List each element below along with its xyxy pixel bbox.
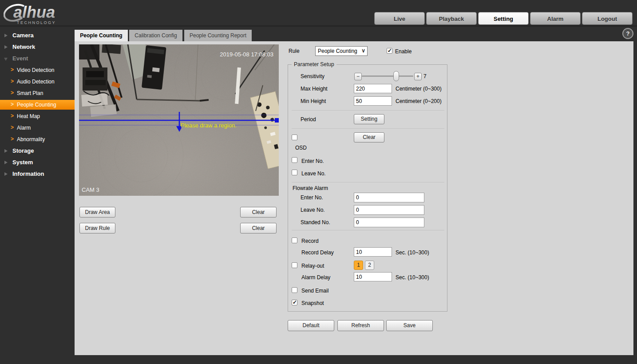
sidebar-item-label: Video Detection	[17, 65, 55, 75]
min-height-input[interactable]	[354, 96, 392, 106]
sidebar-item-smart-plan[interactable]: > Smart Plan	[0, 88, 75, 98]
record-delay-label: Record Delay	[301, 249, 334, 256]
record-label: Record	[301, 238, 319, 245]
relay-channel-2-button[interactable]: 2	[365, 261, 374, 270]
enable-label: Enable	[395, 48, 411, 55]
draw-rule-button[interactable]: Draw Rule	[79, 223, 115, 233]
send-email-checkbox[interactable]	[292, 287, 297, 293]
sidebar-item-abnormality[interactable]: > Abnormality	[0, 135, 75, 144]
divider	[292, 128, 444, 129]
sidebar-item-label: Smart Plan	[17, 88, 43, 98]
rule-dropdown[interactable]: People Counting ∨	[315, 46, 368, 56]
period-setting-button[interactable]: Setting	[354, 114, 384, 124]
record-checkbox[interactable]	[292, 237, 297, 243]
max-height-label: Max Height	[301, 86, 328, 92]
sidebar-item-label: People Counting	[17, 100, 56, 110]
relay-channel-1-button[interactable]: 1	[354, 261, 363, 270]
dahua-logo: alhua TECHNOLOGY	[4, 2, 79, 26]
video-scene: 2019-05-08 17:08:03 CAM 3 Please draw a …	[79, 44, 279, 196]
record-delay-input[interactable]	[354, 247, 392, 257]
tab-calibration-config[interactable]: Calibration Config	[129, 30, 182, 41]
help-icon[interactable]: ?	[622, 28, 633, 39]
osd-leave-no-checkbox[interactable]	[292, 170, 297, 175]
nav-playback-button[interactable]: Playback	[426, 12, 477, 25]
sidebar-item-label: Information	[12, 169, 44, 179]
video-timestamp: 2019-05-08 17:08:03	[220, 51, 273, 58]
sidebar-item-heat-map[interactable]: > Heat Map	[0, 111, 75, 121]
video-preview-canvas[interactable]: 2019-05-08 17:08:03 CAM 3 Please draw a …	[79, 44, 279, 196]
sidebar-item-people-counting[interactable]: > People Counting	[0, 100, 75, 110]
sensitivity-slider-thumb[interactable]	[393, 71, 399, 81]
relay-out-checkbox[interactable]	[292, 262, 297, 268]
sidebar-item-label: System	[12, 158, 33, 167]
tab-bar: People Counting Calibration Config Peopl…	[75, 30, 341, 41]
enable-checkbox[interactable]	[387, 48, 392, 54]
sensitivity-plus-button[interactable]: +	[414, 73, 422, 80]
nav-alarm-button[interactable]: Alarm	[530, 12, 581, 25]
chevron-right-icon: >	[11, 65, 14, 75]
sidebar-item-label: Alarm	[17, 123, 31, 133]
nav-setting-button[interactable]: Setting	[478, 12, 529, 25]
record-delay-unit: Sec. (10~300)	[396, 249, 429, 256]
dahua-web-ui: { "brand": {"name": "alhua", "tagline": …	[0, 0, 637, 364]
nav-live-button[interactable]: Live	[374, 12, 425, 25]
tab-people-counting[interactable]: People Counting	[75, 30, 128, 41]
logo-tagline: TECHNOLOGY	[17, 20, 56, 25]
draw-area-button[interactable]: Draw Area	[79, 207, 115, 218]
tab-people-counting-report[interactable]: People Counting Report	[184, 30, 252, 41]
send-email-label: Send Email	[301, 288, 328, 294]
header-divider	[0, 25, 637, 27]
refresh-button[interactable]: Refresh	[337, 320, 384, 331]
sidebar-item-audio-detection[interactable]: > Audio Detection	[0, 77, 75, 87]
osd-checkbox[interactable]	[292, 135, 297, 140]
camera-name-label: CAM 3	[82, 186, 99, 193]
period-label: Period	[301, 116, 316, 123]
clear-rule-button[interactable]: Clear	[240, 223, 277, 233]
sidebar-item-event[interactable]: Event	[0, 54, 75, 63]
floor-seam-end	[200, 100, 209, 101]
sidebar-item-label: Camera	[12, 31, 34, 40]
min-height-unit: Centimeter (0~200)	[396, 98, 442, 105]
nav-logout-button[interactable]: Logout	[582, 12, 633, 25]
sidebar-item-network[interactable]: Network	[0, 42, 75, 52]
parameter-setup-legend: Parameter Setup	[292, 61, 336, 68]
alarm-delay-input[interactable]	[354, 272, 392, 281]
sidebar-item-system[interactable]: System	[0, 158, 75, 167]
collapsed-triangle-icon	[4, 172, 8, 176]
sidebar-item-video-detection[interactable]: > Video Detection	[0, 65, 75, 75]
header-bar: alhua TECHNOLOGY Live Playback Setting A…	[0, 0, 637, 27]
rule-label: Rule	[289, 48, 300, 55]
flowrate-leave-input[interactable]	[354, 205, 424, 215]
chevron-right-icon: >	[11, 123, 14, 133]
snapshot-checkbox[interactable]	[292, 300, 297, 305]
alarm-delay-label: Alarm Delay	[301, 274, 330, 281]
sidebar-item-label: Event	[12, 54, 28, 63]
content-panel: 2019-05-08 17:08:03 CAM 3 Please draw a …	[75, 41, 633, 355]
sidebar-item-camera[interactable]: Camera	[0, 31, 75, 40]
flowrate-standed-label: Standed No.	[301, 219, 330, 226]
sidebar-item-information[interactable]: Information	[0, 169, 75, 179]
max-height-unit: Centimeter (0~300)	[396, 86, 442, 92]
default-button[interactable]: Default	[288, 320, 334, 331]
expanded-triangle-icon	[4, 58, 8, 61]
osd-label: OSD	[295, 145, 307, 151]
flowrate-enter-input[interactable]	[354, 193, 424, 202]
sensitivity-minus-button[interactable]: −	[354, 73, 362, 80]
alarm-delay-unit: Sec. (10~300)	[396, 274, 429, 281]
sidebar-item-label: Heat Map	[17, 111, 40, 121]
sidebar-item-storage[interactable]: Storage	[0, 146, 75, 156]
dropdown-chevron-icon: ∨	[361, 47, 365, 55]
sidebar-item-alarm[interactable]: > Alarm	[0, 123, 75, 133]
osd-enter-no-checkbox[interactable]	[292, 157, 297, 163]
collapsed-triangle-icon	[4, 161, 8, 164]
collapsed-triangle-icon	[4, 45, 8, 49]
flowrate-standed-input[interactable]	[354, 218, 424, 227]
osd-clear-button[interactable]: Clear	[354, 132, 384, 142]
divider	[292, 182, 444, 182]
relay-out-label: Relay-out	[301, 263, 324, 269]
max-height-input[interactable]	[354, 84, 392, 93]
clear-area-button[interactable]: Clear	[240, 207, 277, 218]
save-button[interactable]: Save	[386, 320, 433, 331]
sensitivity-slider-track[interactable]	[362, 75, 413, 77]
collapsed-triangle-icon	[4, 149, 8, 153]
